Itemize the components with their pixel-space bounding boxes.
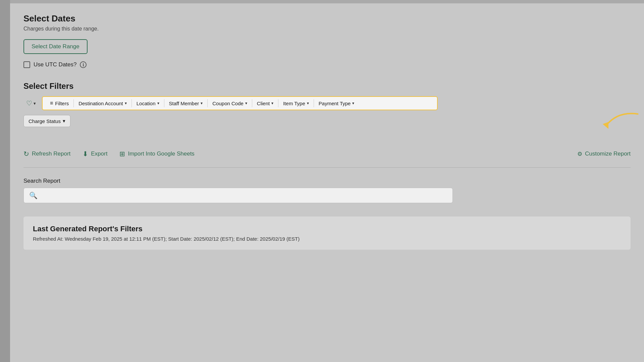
item-type-filter[interactable]: Item Type ▾ — [278, 99, 314, 108]
filters-label: Filters — [55, 101, 69, 106]
location-filter[interactable]: Location ▾ — [132, 99, 164, 108]
staff-member-label: Staff Member — [169, 101, 199, 106]
select-dates-title: Select Dates — [23, 13, 631, 24]
payment-type-label: Payment Type — [319, 101, 351, 106]
heart-icon: ♡ — [26, 99, 32, 107]
charge-status-chevron: ▾ — [63, 118, 65, 124]
charge-status-label: Charge Status — [29, 118, 61, 124]
last-report-title: Last Generated Report's Filters — [33, 225, 621, 233]
payment-type-filter[interactable]: Payment Type ▾ — [314, 99, 359, 108]
search-label: Search Report — [23, 178, 631, 184]
location-chevron: ▾ — [157, 101, 159, 106]
search-input[interactable] — [40, 192, 447, 198]
top-bar — [10, 0, 644, 3]
select-dates-subtitle: Charges during this date range. — [23, 26, 631, 32]
utc-checkbox[interactable] — [23, 61, 30, 68]
main-container: Select Dates Charges during this date ra… — [10, 0, 644, 362]
import-google-sheets-button[interactable]: ⊞ Import Into Google Sheets — [119, 147, 201, 161]
utc-label: Use UTC Dates? — [34, 61, 76, 68]
customize-report-button[interactable]: ⚙ Customize Report — [577, 148, 631, 160]
filters-button[interactable]: ≡ Filters — [45, 98, 73, 108]
google-sheets-icon: ⊞ — [119, 150, 125, 158]
payment-type-chevron: ▾ — [352, 101, 354, 106]
select-date-range-button[interactable]: Select Date Range — [23, 39, 88, 54]
utc-section: Use UTC Dates? ℹ — [23, 61, 631, 68]
charge-status-filter[interactable]: Charge Status ▾ — [23, 115, 70, 127]
coupon-code-label: Coupon Code — [212, 101, 244, 106]
destination-account-chevron: ▾ — [125, 101, 127, 106]
filter-lines-icon: ≡ — [50, 100, 53, 106]
select-filters-section: Select Filters ♡ ▾ ≡ Filters Destination… — [23, 81, 631, 127]
export-label: Export — [91, 150, 107, 157]
refresh-report-button[interactable]: ↻ Refresh Report — [23, 147, 77, 161]
item-type-chevron: ▾ — [307, 101, 309, 106]
favorite-button[interactable]: ♡ ▾ — [23, 97, 39, 109]
search-input-wrapper: 🔍 — [23, 188, 453, 203]
export-button[interactable]: ⬇ Export — [83, 147, 114, 161]
heart-chevron: ▾ — [34, 101, 36, 106]
select-filters-title: Select Filters — [23, 81, 631, 91]
customize-label: Customize Report — [585, 150, 631, 157]
staff-member-chevron: ▾ — [201, 101, 203, 106]
refresh-icon: ↻ — [23, 150, 29, 158]
coupon-code-filter[interactable]: Coupon Code ▾ — [208, 99, 252, 108]
charge-status-row: Charge Status ▾ — [23, 115, 631, 127]
client-chevron: ▾ — [271, 101, 273, 106]
destination-account-label: Destination Account — [78, 101, 123, 106]
search-icon: 🔍 — [29, 191, 38, 199]
last-report-details: Refreshed At: Wednesday Feb 19, 2025 at … — [33, 236, 621, 242]
search-section: Search Report 🔍 — [23, 178, 631, 203]
staff-member-filter[interactable]: Staff Member ▾ — [164, 99, 208, 108]
export-icon: ⬇ — [83, 150, 88, 158]
gear-icon: ⚙ — [577, 150, 582, 158]
location-label: Location — [137, 101, 156, 106]
actions-row: ↻ Refresh Report ⬇ Export ⊞ Import Into … — [23, 147, 631, 168]
filters-row: ♡ ▾ ≡ Filters Destination Account ▾ — [23, 96, 631, 110]
arrow-svg — [600, 111, 641, 137]
destination-account-filter[interactable]: Destination Account ▾ — [74, 99, 131, 108]
coupon-code-chevron: ▾ — [245, 101, 247, 106]
client-filter[interactable]: Client ▾ — [252, 99, 278, 108]
item-type-label: Item Type — [283, 101, 305, 106]
left-sidebar — [0, 0, 10, 362]
client-label: Client — [257, 101, 270, 106]
arrow-annotation — [600, 111, 641, 137]
filter-bar: ≡ Filters Destination Account ▾ Location… — [42, 96, 438, 110]
svg-marker-0 — [603, 122, 608, 129]
refresh-label: Refresh Report — [32, 150, 70, 157]
import-label: Import Into Google Sheets — [128, 150, 194, 157]
utc-info-icon[interactable]: ℹ — [80, 61, 87, 68]
select-dates-section: Select Dates Charges during this date ra… — [23, 13, 631, 68]
last-report-section: Last Generated Report's Filters Refreshe… — [23, 217, 631, 250]
